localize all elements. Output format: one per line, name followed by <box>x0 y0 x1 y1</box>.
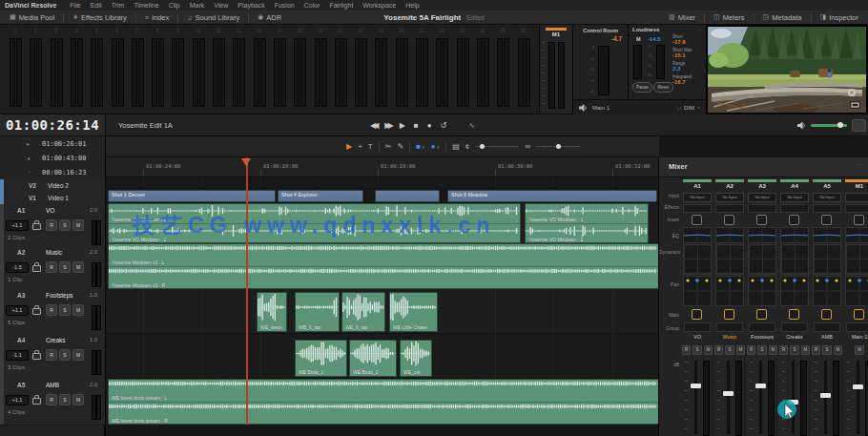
record-arm-button[interactable]: R <box>46 261 57 273</box>
speaker-icon[interactable] <box>797 121 807 130</box>
mixer-strip-m1[interactable]: M1Main 1M <box>844 177 868 436</box>
audio-clip-a4[interactable]: WE Birds_2 <box>349 340 397 377</box>
dim-control[interactable]: ◇ DIM ∨ <box>676 104 700 111</box>
rewind-button[interactable]: ◀◀ <box>370 121 376 130</box>
audio-clip-a3[interactable]: WE_steps <box>257 292 287 332</box>
record-button[interactable]: ● <box>427 121 432 130</box>
lock-icon[interactable] <box>32 265 41 272</box>
pause-button[interactable]: Pause <box>632 82 652 93</box>
index-button[interactable]: ≡Index <box>139 12 175 23</box>
speaker-icon[interactable] <box>579 104 589 112</box>
strip-pan-graph[interactable] <box>780 276 809 306</box>
playhead-handle[interactable] <box>241 158 251 166</box>
mute-button[interactable]: M <box>72 349 84 361</box>
fader-handle[interactable] <box>853 384 863 389</box>
fader-handle[interactable] <box>691 384 701 388</box>
track-header-a2[interactable]: A2Music2.0-1.5RSM1 Clip <box>0 246 105 290</box>
record-arm-button[interactable]: R <box>714 345 723 355</box>
strip-insert-button[interactable] <box>789 215 799 225</box>
strip-eq-graph[interactable] <box>683 227 712 243</box>
audio-clip-a3[interactable]: WE_ft_tap <box>341 292 385 332</box>
video-clip[interactable] <box>375 190 440 202</box>
strip-effects-slot[interactable] <box>780 204 809 213</box>
strip-group-slot[interactable] <box>716 322 743 332</box>
strip-insert-button[interactable] <box>854 215 864 225</box>
lock-icon[interactable] <box>32 398 41 405</box>
menu-color[interactable]: Color <box>304 2 320 9</box>
track-fader-value[interactable]: +1.1 <box>6 220 29 231</box>
track-fader-value[interactable]: +1.1 <box>6 305 29 316</box>
menu-fusion[interactable]: Fusion <box>275 2 295 9</box>
strip-input[interactable]: No Input <box>748 193 776 202</box>
trim-tool-button[interactable]: T <box>368 142 373 151</box>
fader-handle[interactable] <box>723 391 734 396</box>
solo-button[interactable]: S <box>692 345 701 355</box>
track-fader-value[interactable]: -1.1 <box>6 350 29 361</box>
strip-eq-graph[interactable] <box>845 227 868 243</box>
record-arm-button[interactable]: R <box>747 345 755 355</box>
mute-button[interactable]: M <box>72 219 84 231</box>
video-clip[interactable]: Shot 9 Meadow <box>447 190 657 202</box>
mute-button[interactable]: M <box>834 345 842 355</box>
options-icon[interactable]: ⋯ <box>696 26 702 32</box>
record-arm-button[interactable]: R <box>682 345 691 355</box>
strip-dynamics-graph[interactable] <box>845 244 868 275</box>
strip-input[interactable]: No Input <box>780 193 809 202</box>
marker-button[interactable]: ●∨ <box>431 142 441 151</box>
volume-knob[interactable] <box>837 122 843 128</box>
menu-clip[interactable]: Clip <box>169 2 180 9</box>
menu-mark[interactable]: Mark <box>190 2 205 9</box>
solo-button[interactable]: S <box>725 345 734 355</box>
mixer-strip-a3[interactable]: A3No InputFootstepsRSM <box>747 177 777 436</box>
mute-button[interactable]: M <box>801 345 810 355</box>
menu-file[interactable]: File <box>70 2 80 9</box>
strip-effects-slot[interactable] <box>748 204 776 213</box>
audio-clip-a3[interactable]: WE Little Chase <box>389 292 438 332</box>
strip-main-assign-button[interactable] <box>821 309 832 320</box>
mute-button[interactable]: M <box>72 394 84 405</box>
menu-workspace[interactable]: Workspace <box>362 2 396 9</box>
solo-button[interactable]: S <box>59 261 71 273</box>
fader-handle[interactable] <box>755 384 766 388</box>
keyboard-icon[interactable] <box>852 119 866 132</box>
solo-button[interactable]: S <box>59 349 71 361</box>
adr-button[interactable]: ◉ADR <box>252 12 287 23</box>
strip-pan-graph[interactable] <box>845 276 868 306</box>
zoom-slider[interactable] <box>536 146 580 148</box>
lock-icon[interactable] <box>32 223 41 230</box>
play-button[interactable]: ▶ <box>400 121 405 130</box>
effects-library-button[interactable]: ∗Effects Library <box>67 12 133 23</box>
record-arm-button[interactable]: R <box>46 304 57 316</box>
strip-dynamics-graph[interactable] <box>813 244 841 275</box>
solo-button[interactable]: S <box>59 304 71 316</box>
strip-eq-graph[interactable] <box>715 227 744 243</box>
strip-eq-graph[interactable] <box>813 227 841 243</box>
strip-insert-button[interactable] <box>692 215 702 225</box>
video-clip[interactable]: Shot 4 Explorer <box>278 190 363 202</box>
strip-dynamics-graph[interactable] <box>780 244 809 275</box>
track-header-a1[interactable]: A1VO2.0+1.1RSM2 Clips <box>0 204 105 247</box>
media-pool-button[interactable]: ▦Media Pool <box>4 12 60 23</box>
playhead-line[interactable] <box>246 157 248 425</box>
strip-insert-button[interactable] <box>821 215 832 225</box>
track-header-a5[interactable]: A5AMB2.0+1.1RSM4 Clips <box>0 379 105 426</box>
strip-insert-button[interactable] <box>724 215 734 225</box>
audio-clip-a1[interactable]: Yosemite VO Mixdown - 1Yosemite VO Mixdo… <box>108 203 521 243</box>
mute-button[interactable]: M <box>769 345 777 355</box>
record-arm-button[interactable]: R <box>779 345 788 355</box>
strip-group-slot[interactable] <box>781 322 808 332</box>
mixer-strip-a2[interactable]: A2No InputMusicRSM <box>714 177 745 436</box>
track-header-v1[interactable]: V1Video 1 <box>0 192 105 205</box>
zoom-icon-button[interactable]: ¢ <box>465 142 469 151</box>
lock-icon[interactable] <box>32 308 41 315</box>
audio-clip-a5[interactable]: WE forest birds stream - LWE forest bird… <box>108 379 659 425</box>
record-arm-button[interactable]: R <box>46 349 57 361</box>
record-arm-button[interactable]: R <box>46 394 57 405</box>
solo-button[interactable]: S <box>59 394 71 405</box>
meters-button[interactable]: ◫Meters <box>708 12 751 23</box>
track-fader-value[interactable]: +1.1 <box>6 395 29 405</box>
mute-button[interactable]: M <box>72 261 84 273</box>
strip-input[interactable]: No Input <box>715 193 744 202</box>
menu-view[interactable]: View <box>214 2 228 9</box>
solo-button[interactable]: S <box>822 345 831 355</box>
